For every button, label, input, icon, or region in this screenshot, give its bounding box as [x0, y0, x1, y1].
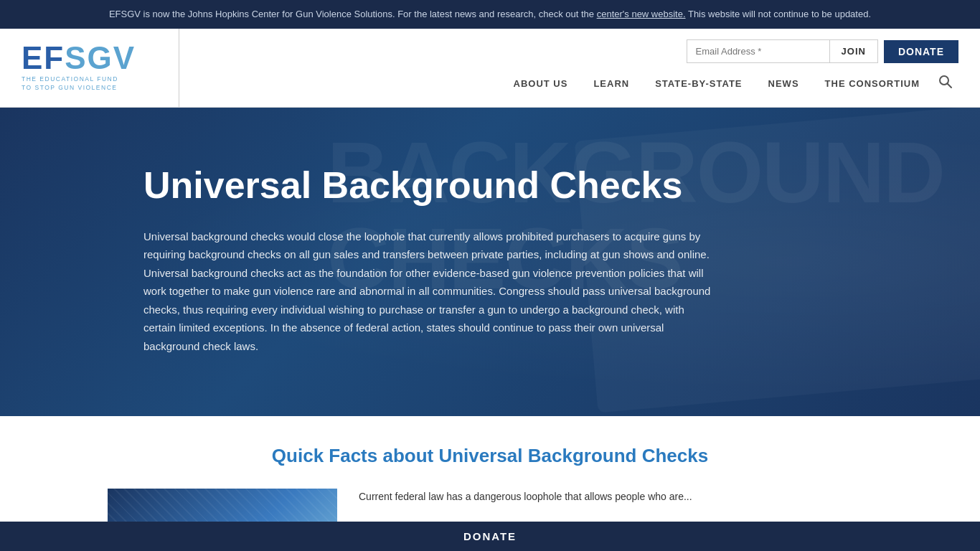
logo-tagline: THE EDUCATIONAL FUND TO STOP GUN VIOLENC…: [22, 75, 136, 93]
logo-ef: EF: [22, 40, 65, 75]
logo: EFSGV THE EDUCATIONAL FUND TO STOP GUN V…: [22, 42, 136, 93]
nav-item-news[interactable]: NEWS: [755, 75, 812, 92]
join-button[interactable]: JOIN: [830, 39, 878, 63]
announcement-bar: EFSGV is now the Johns Hopkins Center fo…: [0, 0, 980, 29]
email-input[interactable]: [687, 39, 830, 63]
logo-tagline-line1: THE EDUCATIONAL FUND: [22, 75, 118, 83]
nav-item-learn[interactable]: LEARN: [580, 75, 642, 92]
announcement-text-after: This website will not continue to be upd…: [688, 9, 871, 19]
site-header: EFSGV THE EDUCATIONAL FUND TO STOP GUN V…: [0, 29, 980, 108]
announcement-link[interactable]: center's new website.: [597, 9, 686, 19]
quick-facts-title: Quick Facts about Universal Background C…: [108, 445, 872, 467]
email-join-area: JOIN DONATE: [687, 39, 958, 63]
logo-tagline-line2: TO STOP GUN VIOLENCE: [22, 84, 117, 91]
logo-acronym: EFSGV: [22, 42, 136, 74]
hero-section: BACKGROUNDCHECKS Universal Background Ch…: [0, 108, 980, 416]
search-icon: [938, 75, 953, 89]
header-right: JOIN DONATE ABOUT US LEARN STATE-BY-STAT…: [179, 39, 958, 95]
sticky-donate-bar[interactable]: DONATE: [0, 522, 980, 551]
svg-line-1: [948, 84, 952, 88]
nav-item-consortium[interactable]: THE CONSORTIUM: [812, 75, 933, 92]
hero-body: Universal background checks would close …: [143, 227, 717, 356]
quick-facts-text-preview: Current federal law has a dangerous loop…: [359, 489, 872, 504]
nav-item-state-by-state[interactable]: STATE-BY-STATE: [642, 75, 755, 92]
logo-sgv: SGV: [65, 40, 136, 75]
nav-item-about-us[interactable]: ABOUT US: [501, 75, 581, 92]
search-button[interactable]: [933, 72, 958, 95]
main-nav: ABOUT US LEARN STATE-BY-STATE NEWS THE C…: [501, 72, 959, 95]
announcement-text-before: EFSGV is now the Johns Hopkins Center fo…: [109, 9, 597, 19]
logo-area[interactable]: EFSGV THE EDUCATIONAL FUND TO STOP GUN V…: [22, 29, 179, 107]
hero-title: Universal Background Checks: [143, 165, 837, 206]
donate-button-header[interactable]: DONATE: [884, 40, 958, 63]
